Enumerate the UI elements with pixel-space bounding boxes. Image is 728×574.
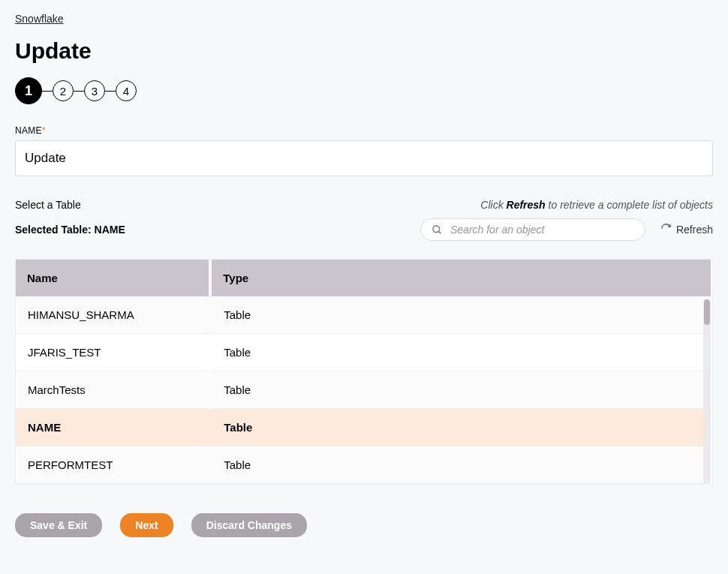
svg-point-0: [433, 225, 440, 232]
table-row[interactable]: NAMETable: [16, 409, 711, 446]
step-connector: [74, 91, 84, 92]
refresh-label: Refresh: [676, 224, 713, 236]
name-input[interactable]: [15, 140, 713, 176]
cell-type: Table: [210, 334, 711, 371]
cell-name: PERFORMTEST: [16, 446, 210, 484]
cell-name: NAME: [16, 409, 210, 446]
required-star: *: [42, 125, 46, 136]
select-table-prompt: Select a Table: [15, 199, 81, 211]
column-header-name[interactable]: Name: [16, 260, 210, 296]
scrollbar-track[interactable]: [703, 299, 711, 484]
step-connector: [42, 91, 53, 92]
table-row[interactable]: PERFORMTESTTable: [16, 446, 711, 484]
objects-table: Name Type HIMANSU_SHARMATableJFARIS_TEST…: [16, 260, 712, 484]
cell-name: HIMANSU_SHARMA: [16, 296, 210, 334]
cell-type: Table: [210, 296, 711, 334]
step-connector: [105, 91, 116, 92]
table-wrap: Name Type HIMANSU_SHARMATableJFARIS_TEST…: [15, 259, 713, 485]
table-row[interactable]: JFARIS_TESTTable: [16, 334, 711, 371]
name-field-label: NAME*: [15, 125, 713, 136]
table-row[interactable]: HIMANSU_SHARMATable: [16, 296, 711, 334]
step-3[interactable]: 3: [84, 80, 105, 101]
refresh-icon: [660, 223, 672, 236]
table-row[interactable]: MarchTestsTable: [16, 371, 711, 409]
cell-name: JFARIS_TEST: [16, 334, 210, 371]
refresh-hint-bold: Refresh: [507, 199, 546, 211]
cell-name: MarchTests: [16, 371, 210, 409]
step-4[interactable]: 4: [116, 80, 137, 101]
button-row: Save & Exit Next Discard Changes: [15, 513, 713, 552]
name-label-text: NAME: [15, 125, 42, 136]
scrollbar-thumb[interactable]: [704, 299, 710, 325]
refresh-hint-suffix: to retrieve a complete list of objects: [546, 199, 713, 211]
cell-type: Table: [210, 371, 711, 409]
refresh-hint-prefix: Click: [480, 199, 506, 211]
search-input[interactable]: [450, 224, 634, 236]
step-2[interactable]: 2: [53, 80, 74, 101]
search-box[interactable]: [420, 218, 645, 241]
step-1[interactable]: 1: [15, 77, 42, 104]
cell-type: Table: [210, 409, 711, 446]
search-icon: [432, 224, 443, 236]
cell-type: Table: [210, 446, 711, 484]
column-header-type[interactable]: Type: [210, 260, 711, 296]
discard-button[interactable]: Discard Changes: [191, 513, 307, 537]
selected-table-label: Selected Table: NAME: [15, 224, 125, 236]
refresh-hint: Click Refresh to retrieve a complete lis…: [480, 199, 713, 211]
next-button[interactable]: Next: [120, 513, 173, 537]
refresh-button[interactable]: Refresh: [660, 223, 713, 236]
svg-line-1: [438, 231, 441, 233]
save-exit-button[interactable]: Save & Exit: [15, 513, 102, 537]
stepper: 1 2 3 4: [15, 77, 713, 104]
breadcrumb-link[interactable]: Snowflake: [15, 13, 64, 25]
page-title: Update: [15, 38, 713, 64]
